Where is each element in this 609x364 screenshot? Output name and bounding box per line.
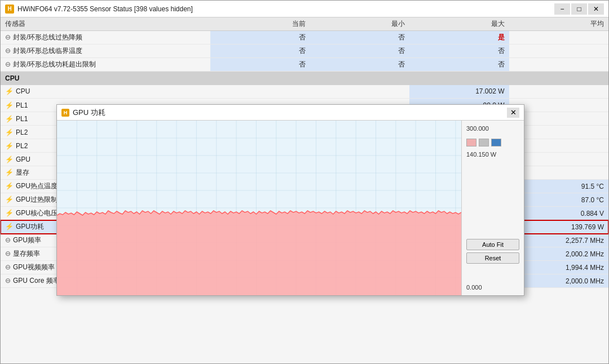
reset-button[interactable]: Reset: [466, 252, 519, 264]
col-avg: 平均: [509, 17, 608, 31]
popup-close-button[interactable]: ✕: [507, 108, 519, 118]
col-current: 当前: [210, 17, 310, 31]
popup-title: GPU 功耗: [73, 108, 105, 118]
table-row[interactable]: ⊖封装/环形总线临界温度否否否: [1, 45, 608, 58]
legend-boxes: [466, 139, 519, 147]
auto-fit-button[interactable]: Auto Fit: [466, 239, 519, 250]
chart-max-value: 300.000: [466, 125, 519, 132]
row-sensor-name: ⚡CPU: [1, 85, 210, 99]
table-row[interactable]: ⊖封装/环形总线功耗超出限制否否否: [1, 58, 608, 72]
popup-body: 300.000 140.150 W Auto Fit Reset 0.000: [57, 121, 524, 295]
window-title: HWiNFO64 v7.72-5355 Sensor Status [398 v…: [17, 5, 193, 13]
row-min: [310, 85, 409, 99]
row-min: 否: [310, 45, 409, 58]
row-current: 否: [210, 31, 310, 45]
minimize-button[interactable]: −: [554, 3, 570, 15]
svg-marker-30: [57, 211, 461, 295]
section-header-row: CPU: [1, 72, 608, 85]
row-sensor-name: ⊖封装/环形总线功耗超出限制: [1, 58, 210, 72]
section-header-label: CPU: [1, 72, 608, 85]
row-avg: [509, 58, 608, 72]
legend-pink[interactable]: [466, 139, 476, 147]
chart-sidebar: 300.000 140.150 W Auto Fit Reset 0.000: [462, 121, 524, 295]
chart-area: [57, 121, 462, 295]
row-current: 否: [210, 58, 310, 72]
table-header-row: 传感器 当前 最小 最大 平均: [1, 17, 608, 31]
table-row[interactable]: ⊖封装/环形总线过热降频否否是: [1, 31, 608, 45]
chart-svg: [57, 121, 461, 295]
row-sensor-name: ⊖封装/环形总线临界温度: [1, 45, 210, 58]
row-min: 否: [310, 58, 409, 72]
chart-buttons-group: Auto Fit Reset: [466, 239, 519, 264]
window-controls: − □ ✕: [554, 3, 604, 15]
title-bar: H HWiNFO64 v7.72-5355 Sensor Status [398…: [1, 1, 608, 17]
close-button[interactable]: ✕: [588, 3, 604, 15]
gpu-power-popup: H GPU 功耗 ✕: [56, 104, 524, 296]
row-max: 否: [409, 45, 509, 58]
popup-icon: H: [61, 109, 69, 117]
col-max: 最大: [409, 17, 509, 31]
popup-title-bar: H GPU 功耗 ✕: [57, 105, 524, 121]
row-max: 是: [409, 31, 509, 45]
col-sensor: 传感器: [1, 17, 210, 31]
row-avg: [509, 85, 608, 99]
table-row[interactable]: ⚡CPU17.002 W: [1, 85, 608, 99]
row-avg: [509, 45, 608, 58]
app-icon: H: [5, 5, 14, 14]
row-current: [210, 85, 310, 99]
row-min: 否: [310, 31, 409, 45]
row-max: 否: [409, 58, 509, 72]
row-avg: [509, 31, 608, 45]
maximize-button[interactable]: □: [571, 3, 587, 15]
row-current: 否: [210, 45, 310, 58]
legend-blue[interactable]: [491, 139, 501, 147]
row-sensor-name: ⊖封装/环形总线过热降频: [1, 31, 210, 45]
chart-mid-value: 140.150 W: [466, 151, 519, 158]
legend-gray[interactable]: [479, 139, 489, 147]
row-max: 17.002 W: [409, 85, 509, 99]
col-min: 最小: [310, 17, 409, 31]
chart-min-value: 0.000: [466, 284, 519, 291]
red-value: 是: [498, 33, 505, 41]
